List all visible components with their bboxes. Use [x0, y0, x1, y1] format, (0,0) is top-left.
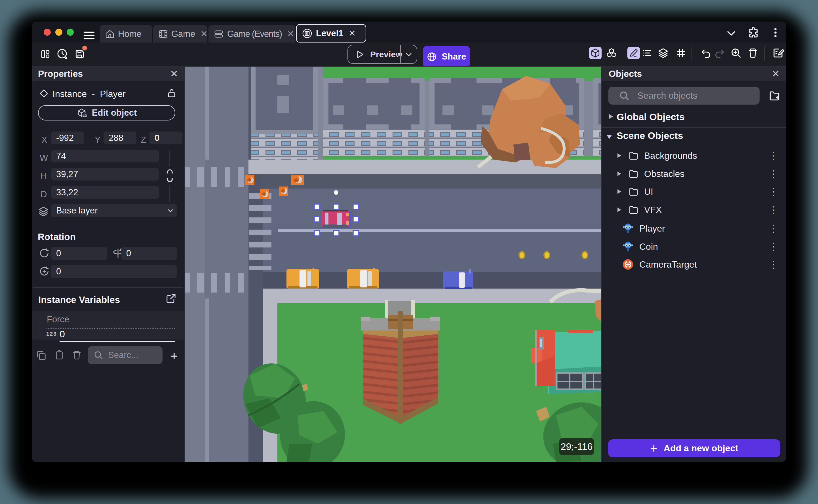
svg-text:3D: 3D [83, 114, 87, 117]
svg-text:29;-116: 29;-116 [561, 441, 593, 452]
